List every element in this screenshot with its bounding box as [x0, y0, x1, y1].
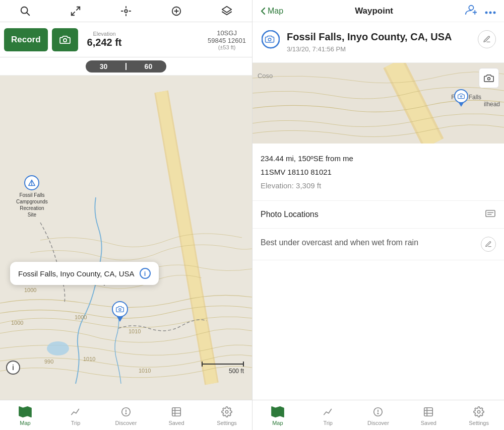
svg-point-52 [488, 77, 490, 80]
back-label: Map [268, 7, 283, 16]
right-icons [465, 4, 496, 18]
scale-mid [203, 364, 243, 365]
scale-line [202, 362, 244, 367]
trip-icon-left [69, 405, 83, 419]
note-text: Best under overcast and when wet from ra… [261, 237, 475, 249]
nav-item-map-left[interactable]: Map [10, 405, 40, 426]
add-person-button[interactable] [465, 4, 477, 18]
nav-label-trip-left: Trip [71, 420, 81, 426]
svg-point-66 [477, 410, 480, 413]
nav-label-trip-right: Trip [323, 420, 333, 426]
record-button[interactable]: Record [4, 28, 48, 51]
location-popup[interactable]: Fossil Falls, Inyo County, CA, USA i [10, 262, 159, 285]
svg-text:990: 990 [44, 359, 53, 365]
svg-rect-53 [486, 210, 495, 217]
map-info-button[interactable]: i [6, 361, 20, 375]
add-circle-icon[interactable] [167, 2, 185, 20]
svg-text:1000: 1000 [75, 314, 87, 320]
scale-end-right [243, 362, 244, 367]
campground-pin[interactable]: Fossil FallsCampgroundsRecreationSite [16, 175, 48, 218]
search-icon[interactable] [16, 2, 34, 20]
waypoint-map-camera-button[interactable] [479, 68, 499, 88]
nav-label-discover-right: Discover [367, 420, 389, 426]
map-icon-left [18, 405, 32, 419]
svg-text:1000: 1000 [11, 320, 23, 326]
saved-icon-right [421, 405, 435, 419]
elevation-detail-value: 3,309 ft [296, 181, 321, 190]
svg-point-43 [493, 12, 496, 14]
scale-label: 500 ft [229, 368, 244, 375]
bottom-nav-right: Map Trip Discover Saved Settings [253, 400, 504, 430]
note-row: Best under overcast and when wet from ra… [253, 229, 504, 260]
svg-point-4 [124, 10, 128, 13]
scale-tick-2: 60 [145, 62, 153, 70]
waypoint-pin-icon [261, 30, 281, 54]
edit-waypoint-button[interactable] [478, 30, 496, 48]
scale-indicator: 500 ft [202, 362, 244, 375]
action-bar: Record Elevation 6,242 ft 10SGJ 59845 12… [0, 22, 252, 57]
spacer [253, 260, 504, 400]
nav-label-map-left: Map [20, 420, 30, 426]
svg-point-51 [461, 96, 462, 97]
minimap-pin-circle [454, 89, 468, 103]
waypoint-pin[interactable] [112, 301, 128, 322]
nav-item-trip-left[interactable]: Trip [60, 405, 91, 426]
nav-item-settings-right[interactable]: Settings [464, 405, 494, 426]
bottom-nav-left: Map Trip Discover Saved Settings [0, 400, 252, 430]
layers-icon[interactable] [218, 2, 236, 20]
nav-item-map-right[interactable]: Map [263, 405, 293, 426]
nav-label-settings-right: Settings [469, 420, 489, 426]
elevation-row: Elevation: 3,309 ft [261, 179, 496, 192]
nav-item-saved-left[interactable]: Saved [161, 405, 192, 426]
info-button[interactable]: i [140, 268, 151, 279]
coords-display: 10SGJ 59845 12601 (±53 ft) [208, 29, 246, 50]
map-icon-right [271, 405, 285, 419]
svg-point-26 [119, 309, 121, 311]
scale-bar: 30 60 [0, 57, 252, 76]
waypoint-map[interactable]: Coso Fossil Falls ilhead [253, 63, 504, 144]
svg-point-37 [225, 410, 228, 413]
waypoint-header: Fossil Falls, Inyo County, CA, USA 3/13/… [253, 22, 504, 63]
nav-item-discover-right[interactable]: Discover [363, 405, 393, 426]
minimap-pin [454, 89, 468, 107]
left-panel: Record Elevation 6,242 ft 10SGJ 59845 12… [0, 0, 252, 430]
more-button[interactable] [485, 5, 496, 17]
distance-row: 234.44 mi, 150ºSE from me [261, 152, 496, 165]
saved-icon-left [169, 405, 183, 419]
popup-text: Fossil Falls, Inyo County, CA, USA [18, 269, 135, 278]
scale-slider[interactable]: 30 60 [86, 60, 166, 73]
expand-icon[interactable] [67, 2, 85, 20]
svg-rect-14 [0, 92, 252, 384]
nav-label-discover-left: Discover [115, 420, 137, 426]
nav-item-saved-right[interactable]: Saved [413, 405, 444, 426]
nav-item-settings-left[interactable]: Settings [212, 405, 242, 426]
svg-rect-62 [424, 407, 433, 416]
back-button[interactable]: Map [261, 7, 283, 16]
discover-icon-left [119, 405, 133, 419]
svg-point-42 [489, 12, 492, 14]
settings-icon-left [220, 405, 234, 419]
nav-item-trip-right[interactable]: Trip [313, 405, 343, 426]
svg-point-38 [469, 6, 473, 10]
elevation-label: Elevation [93, 31, 115, 37]
note-edit-button[interactable] [481, 237, 496, 252]
right-title: Waypoint [283, 6, 465, 16]
coords-accuracy: (±53 ft) [218, 44, 236, 50]
nav-label-settings-left: Settings [217, 420, 237, 426]
photo-locations-row[interactable]: Photo Locations [253, 201, 504, 229]
svg-text:1010: 1010 [83, 356, 95, 362]
svg-line-1 [27, 13, 29, 15]
map-area[interactable]: 1000 1000 1000 990 1010 1010 1010 P Foss… [0, 76, 252, 400]
camera-button[interactable] [52, 28, 78, 51]
waypoint-name: Fossil Falls, Inyo County, CA, USA [287, 30, 472, 43]
nav-item-discover-left[interactable]: Discover [111, 405, 141, 426]
elevation-value: 6,242 ft [87, 37, 122, 48]
svg-point-61 [378, 413, 379, 413]
waypoint-pin-circle [112, 301, 128, 317]
waypoint-info: Fossil Falls, Inyo County, CA, USA 3/13/… [287, 30, 472, 53]
svg-line-3 [72, 12, 75, 15]
location-icon[interactable] [117, 2, 135, 20]
elevation-display: Elevation 6,242 ft [87, 31, 122, 48]
photo-locations-icon [485, 209, 496, 220]
scale-divider [125, 63, 127, 70]
